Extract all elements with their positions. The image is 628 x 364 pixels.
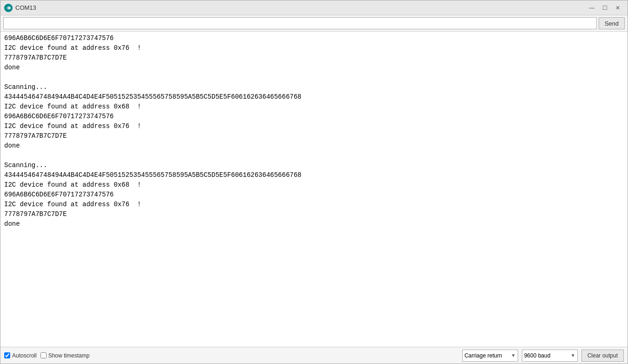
timestamp-label[interactable]: Show timestamp [41,352,90,359]
autoscroll-label[interactable]: Autoscroll [4,352,37,359]
window-title: COM13 [15,4,586,11]
send-button[interactable]: Send [599,17,625,29]
timestamp-checkbox[interactable] [41,352,47,358]
svg-point-0 [4,4,13,12]
serial-input[interactable] [3,17,597,29]
status-bar: Autoscroll Show timestamp Carriage retur… [0,347,628,364]
input-row: Send [0,15,628,32]
output-area: 696A6B6C6D6E6F70717273747576 I2C device … [0,32,628,347]
timestamp-text: Show timestamp [48,352,90,359]
baud-rate-dropdown[interactable]: 9600 baud ▼ 300 baud 1200 baud 2400 baud… [522,350,578,362]
maximize-button[interactable]: ☐ [599,3,611,13]
window-controls: — ☐ ✕ [586,3,624,13]
serial-output[interactable]: 696A6B6C6D6E6F70717273747576 I2C device … [0,32,628,347]
autoscroll-text: Autoscroll [12,352,37,359]
autoscroll-checkbox[interactable] [4,352,10,358]
clear-output-button[interactable]: Clear output [581,350,624,362]
close-button[interactable]: ✕ [612,3,624,13]
serial-monitor-window: COM13 — ☐ ✕ Send 696A6B6C6D6E6F707172737… [0,0,628,364]
arduino-icon [4,4,13,12]
title-bar: COM13 — ☐ ✕ [0,0,628,15]
carriage-return-dropdown[interactable]: Carriage return ▼ No line ending Newline… [462,350,518,362]
minimize-button[interactable]: — [586,3,598,13]
